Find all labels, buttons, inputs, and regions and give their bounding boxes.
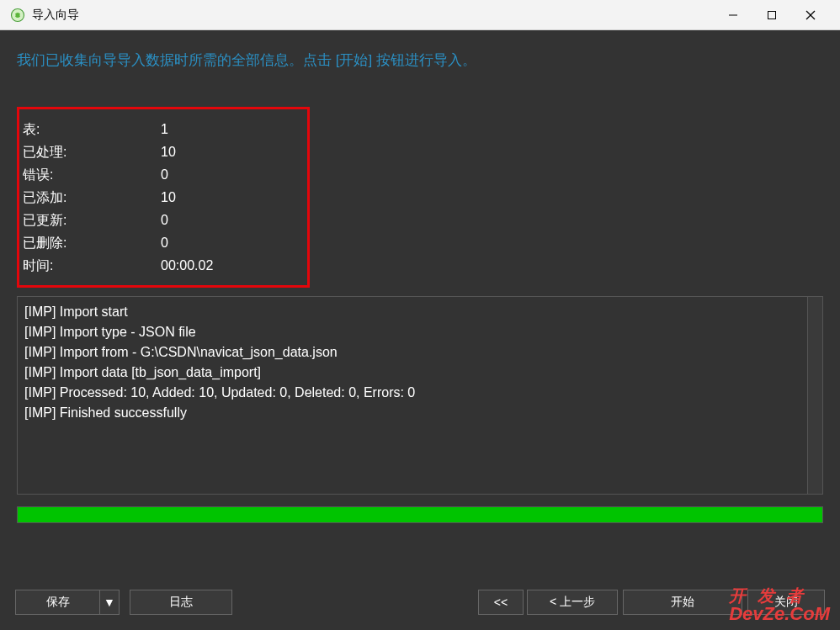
stats-panel: 表: 1 已处理: 10 错误: 0 已添加: 10 已更新: 0 已删除: 0… <box>17 107 310 288</box>
stat-value: 0 <box>161 209 307 231</box>
scrollbar[interactable] <box>807 297 822 494</box>
stat-deleted: 已删除: 0 <box>23 231 307 254</box>
maximize-button[interactable] <box>752 0 791 30</box>
progress-bar <box>17 506 823 523</box>
stat-time: 时间: 00:00.02 <box>23 254 307 277</box>
footer: 保存 ▼ 日志 << < 上一步 开始 关闭 <box>15 590 825 615</box>
previous-button[interactable]: < 上一步 <box>527 590 618 615</box>
log-output[interactable]: [IMP] Import start [IMP] Import type - J… <box>18 297 807 494</box>
save-button[interactable]: 保存 <box>15 590 99 615</box>
stat-processed: 已处理: 10 <box>23 140 307 163</box>
stat-value: 1 <box>161 118 307 140</box>
stat-label: 表: <box>23 118 161 140</box>
stat-value: 00:00.02 <box>161 254 307 277</box>
stat-label: 已处理: <box>23 140 161 163</box>
svg-rect-2 <box>768 11 776 19</box>
log-panel: [IMP] Import start [IMP] Import type - J… <box>17 296 823 495</box>
stat-added: 已添加: 10 <box>23 186 307 209</box>
stat-label: 已删除: <box>23 231 161 254</box>
start-button[interactable]: 开始 <box>623 590 742 615</box>
save-dropdown-button[interactable]: ▼ <box>99 590 120 615</box>
window-controls <box>714 0 830 30</box>
close-button[interactable] <box>791 0 830 30</box>
stat-value: 10 <box>161 140 307 163</box>
first-page-button[interactable]: << <box>478 590 524 615</box>
stat-tables: 表: 1 <box>23 118 307 140</box>
app-icon <box>10 8 25 23</box>
minimize-button[interactable] <box>714 0 752 30</box>
wizard-description: 我们已收集向导导入数据时所需的全部信息。点击 [开始] 按钮进行导入。 <box>17 50 823 70</box>
stat-label: 时间: <box>23 254 161 277</box>
stat-label: 已添加: <box>23 186 161 209</box>
stat-value: 10 <box>161 186 307 209</box>
stat-label: 错误: <box>23 163 161 186</box>
log-button[interactable]: 日志 <box>130 590 232 615</box>
stat-value: 0 <box>161 163 307 186</box>
titlebar: 导入向导 <box>0 0 840 30</box>
close-wizard-button[interactable]: 关闭 <box>747 590 825 615</box>
content-area: 我们已收集向导导入数据时所需的全部信息。点击 [开始] 按钮进行导入。 表: 1… <box>0 30 840 523</box>
window-title: 导入向导 <box>32 8 714 23</box>
stat-errors: 错误: 0 <box>23 163 307 186</box>
stat-value: 0 <box>161 231 307 254</box>
stat-updated: 已更新: 0 <box>23 209 307 231</box>
stat-label: 已更新: <box>23 209 161 231</box>
